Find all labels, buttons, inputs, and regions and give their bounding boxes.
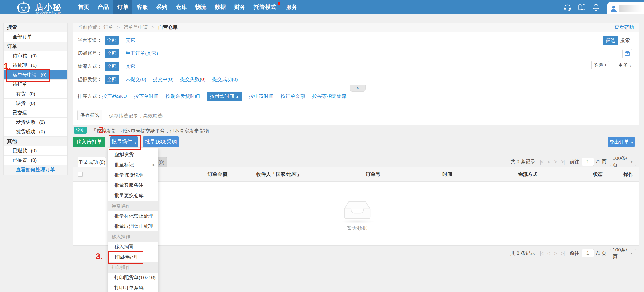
first-page-button[interactable]: |< bbox=[540, 250, 543, 256]
sort-by-buyer-logistics-link[interactable]: 按买家指定物流 bbox=[312, 93, 346, 100]
sidebar-item-refunded[interactable]: 已退款(0) bbox=[4, 146, 67, 156]
nav-item-finance[interactable]: 财务 bbox=[230, 0, 250, 14]
more-button[interactable]: 更多∨ bbox=[615, 61, 635, 69]
menu-item-return-to-pending[interactable]: 打回待处理 bbox=[108, 252, 158, 262]
menu-item-batch-cancel-forbidden[interactable]: 批量取消禁止处理 bbox=[108, 221, 158, 231]
nav-item-services[interactable]: 服务 bbox=[282, 0, 301, 14]
batch-label: 批量操作 bbox=[111, 139, 132, 145]
record-count: 共 0 条记录 bbox=[510, 250, 535, 257]
logistics-all-chip[interactable]: 全部 bbox=[105, 62, 119, 71]
nav-item-service[interactable]: 客服 bbox=[132, 0, 152, 14]
virtual-success-link[interactable]: 提交成功(0) bbox=[212, 76, 238, 83]
sidebar-item-all-orders[interactable]: 全部订单 bbox=[4, 32, 67, 42]
batch-operations-button[interactable]: 批量操作∨ bbox=[110, 136, 138, 147]
sidebar-link-how-to-process[interactable]: 查看如何处理订单 bbox=[4, 165, 67, 175]
sidebar-item-to-print[interactable]: 待打单 bbox=[4, 80, 67, 89]
search-toggle-button[interactable]: 搜索 bbox=[618, 36, 632, 45]
sidebar-item-on-hold[interactable]: 已搁置(0) bbox=[4, 156, 67, 165]
page-number-input[interactable] bbox=[582, 158, 594, 166]
user-account-area[interactable] bbox=[607, 2, 644, 14]
sidebar-item-in-stock[interactable]: 有货(0) bbox=[4, 89, 67, 99]
sort-by-order-time-link[interactable]: 按下单时间 bbox=[134, 93, 158, 100]
menu-item-move-to-hold[interactable]: 移入搁置 bbox=[108, 242, 158, 252]
menu-item-batch-change-warehouse[interactable]: 批量更换仓库 bbox=[108, 190, 158, 201]
view-help-link[interactable]: 查看帮助 bbox=[614, 23, 634, 32]
main-nav: 首页 产品 订单 客服 采购 仓库 物流 数据 财务 托管模式 服务 bbox=[74, 0, 301, 14]
nav-item-warehouse[interactable]: 仓库 bbox=[172, 0, 191, 14]
nav-item-logistics[interactable]: 物流 bbox=[191, 0, 211, 14]
first-page-button[interactable]: |< bbox=[540, 159, 543, 165]
bell-icon[interactable] bbox=[593, 4, 599, 12]
sidebar-item-ship-failed[interactable]: 发货失败(0) bbox=[4, 118, 67, 127]
breadcrumb-link-tracking-apply[interactable]: 运单号申请 bbox=[124, 25, 148, 30]
virtual-failed-link[interactable]: 提交失败(0) bbox=[180, 76, 205, 83]
filter-label: 虚拟发货： bbox=[78, 76, 102, 83]
per-page-select[interactable]: 100条/页▼ bbox=[610, 158, 636, 166]
last-page-button[interactable]: >| bbox=[561, 250, 564, 256]
nav-item-home[interactable]: 首页 bbox=[74, 0, 93, 14]
batch-1688-purchase-button[interactable]: 批量1688采购 bbox=[143, 136, 179, 147]
sort-by-remaining-ship-time-link[interactable]: 按剩余发货时间 bbox=[166, 93, 200, 100]
multi-select-button[interactable]: 多选 + bbox=[591, 61, 609, 69]
select-all-checkbox[interactable] bbox=[78, 172, 83, 177]
move-to-print-button[interactable]: 移入待打单 bbox=[73, 137, 105, 147]
sidebar-item-pending-process[interactable]: 待处理(1) bbox=[4, 61, 67, 70]
nav-item-purchasing[interactable]: 采购 bbox=[152, 0, 172, 14]
sort-by-order-amount-link[interactable]: 按订单金额 bbox=[281, 93, 305, 100]
sort-by-sku-link[interactable]: 按产品SKU bbox=[102, 93, 127, 100]
prev-page-button[interactable]: < bbox=[547, 250, 550, 256]
next-page-button[interactable]: > bbox=[554, 159, 557, 165]
virtual-submitting-link[interactable]: 提交中(0) bbox=[153, 76, 173, 83]
virtual-all-chip[interactable]: 全部 bbox=[105, 75, 119, 84]
sidebar-item-shipped[interactable]: 已交运 bbox=[4, 108, 67, 118]
nav-item-managed-mode[interactable]: 托管模式 bbox=[250, 0, 282, 14]
sidebar-item-tracking-number-apply[interactable]: 运单号申请(0) bbox=[4, 70, 67, 80]
sidebar-item-ship-success[interactable]: 发货成功(0) bbox=[4, 127, 67, 137]
per-page-select[interactable]: 100条/页▼ bbox=[610, 249, 636, 257]
saved-filters-box-button[interactable] bbox=[622, 49, 632, 58]
prev-page-button[interactable]: < bbox=[547, 159, 550, 165]
menu-item-batch-picking-note[interactable]: 批量拣货说明 bbox=[108, 170, 158, 180]
column-actions: 操作 bbox=[623, 171, 633, 178]
chevron-up-icon: ∧ bbox=[356, 86, 359, 90]
menu-item-batch-mark-forbidden[interactable]: 批量标记禁止处理 bbox=[108, 211, 158, 221]
platform-other-link[interactable]: 其它 bbox=[126, 37, 135, 44]
tab-apply-success[interactable]: 申请成功 (0) bbox=[78, 157, 106, 167]
virtual-failed-text: ) bbox=[204, 77, 205, 82]
sidebar-item-label: 有货 bbox=[16, 91, 26, 96]
sidebar-item-out-of-stock[interactable]: 缺货(0) bbox=[4, 99, 67, 108]
collapse-filters-button[interactable]: ∧ bbox=[350, 85, 366, 92]
headset-icon[interactable] bbox=[564, 4, 571, 12]
menu-item-batch-mark[interactable]: 批量标记 ▶ bbox=[108, 160, 158, 170]
column-logistics: 物流方式 bbox=[518, 171, 537, 178]
breadcrumb-link-orders[interactable]: 订单 bbox=[103, 25, 113, 30]
export-orders-button[interactable]: 导出订单∨ bbox=[608, 137, 635, 147]
sort-by-apply-time-link[interactable]: 按申请时间 bbox=[249, 93, 273, 100]
filter-toggle-button[interactable]: 筛选 bbox=[603, 36, 618, 45]
nav-item-products[interactable]: 产品 bbox=[93, 0, 113, 14]
menu-item-print-order-barcode[interactable]: 打印订单条码 bbox=[108, 283, 158, 292]
submenu-arrow-icon: ▶ bbox=[153, 160, 155, 170]
sidebar-item-count: (0) bbox=[31, 53, 37, 58]
top-navbar: 店小秘 免费跨境电商ERP 首页 产品 订单 客服 采购 仓库 物流 数据 财务… bbox=[0, 0, 644, 14]
nav-item-orders[interactable]: 订单 bbox=[113, 0, 132, 14]
filter-row-platform: 平台渠道： 全部 其它 bbox=[78, 36, 135, 45]
shop-manual-link[interactable]: 手工订单(其它) bbox=[126, 50, 158, 57]
page-number-input[interactable] bbox=[582, 249, 594, 257]
menu-item-print-picking-list[interactable]: 打印配货单(10×10) ▶ bbox=[108, 273, 158, 283]
nav-item-data[interactable]: 数据 bbox=[211, 0, 230, 14]
manual-book-icon[interactable] bbox=[578, 4, 586, 12]
platform-all-chip[interactable]: 全部 bbox=[105, 36, 119, 45]
sidebar-item-pending-review[interactable]: 待审核(0) bbox=[4, 51, 67, 61]
menu-item-label: 批量标记 bbox=[114, 162, 134, 167]
shop-all-chip[interactable]: 全部 bbox=[105, 49, 119, 58]
next-page-button[interactable]: > bbox=[554, 250, 557, 256]
menu-item-batch-cs-remark[interactable]: 批量客服备注 bbox=[108, 180, 158, 190]
empty-state: 暂无数据 bbox=[340, 200, 374, 232]
menu-item-virtual-ship[interactable]: 虚拟发货 bbox=[108, 149, 158, 160]
last-page-button[interactable]: >| bbox=[561, 159, 564, 165]
logistics-other-link[interactable]: 其它 bbox=[126, 63, 135, 70]
sort-by-payment-time-chip[interactable]: 按付款时间▲ bbox=[207, 92, 242, 101]
virtual-not-submitted-link[interactable]: 未提交(0) bbox=[126, 76, 146, 83]
save-filter-button[interactable]: 保存筛选 bbox=[77, 110, 102, 120]
